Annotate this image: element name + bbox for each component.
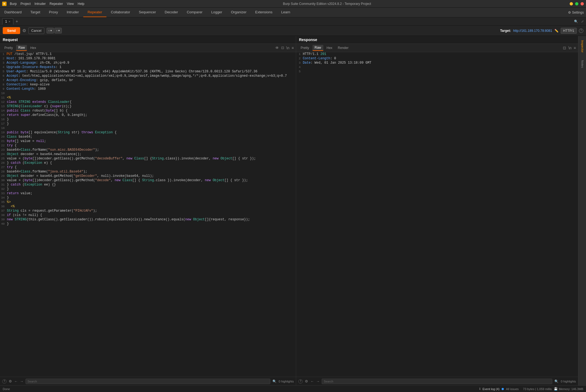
indent-icon[interactable]: \n: [286, 46, 290, 50]
request-panel-title: Request: [3, 38, 18, 42]
gear-icon: ⚙: [568, 11, 571, 14]
target-url: http://161.189.170.78:8081: [513, 29, 552, 33]
response-search-input[interactable]: [322, 379, 552, 384]
nav-extensions[interactable]: Extensions: [251, 8, 277, 17]
menu-help[interactable]: Help: [78, 2, 84, 6]
response-panel-header: Response: [296, 36, 578, 44]
search-icon[interactable]: 🔍: [574, 20, 578, 23]
nav-logger[interactable]: Logger: [207, 8, 226, 17]
nav-decoder[interactable]: Decoder: [160, 8, 182, 17]
more-icon[interactable]: ≡: [292, 46, 294, 50]
request-settings-icon[interactable]: ⚙: [9, 379, 12, 383]
settings-button[interactable]: ⚙ Settings: [568, 11, 584, 14]
cancel-button[interactable]: Cancel: [28, 27, 44, 34]
request-forward-icon[interactable]: →: [20, 379, 23, 383]
code-line: 11<%: [0, 96, 296, 100]
request-highlights-badge: 0 highlights: [279, 380, 294, 383]
tab-1[interactable]: 1 ×: [2, 18, 13, 24]
response-size: 73 bytes | 1,059 millis: [523, 387, 552, 391]
send-button[interactable]: Send: [3, 27, 20, 34]
code-line: 12class STRING extends ClassLoader{: [0, 100, 296, 104]
code-line: 40}: [0, 222, 296, 226]
response-more-icon[interactable]: ≡: [574, 46, 576, 50]
eye-off-icon[interactable]: 👁: [275, 46, 279, 50]
response-settings-icon[interactable]: ⚙: [305, 379, 308, 383]
protocol-button[interactable]: HTTP/1: [561, 28, 577, 34]
toolbar: Send ⚙ Cancel ‹ ▾ › ▾ Target: http://161…: [0, 26, 586, 36]
response-help-icon[interactable]: ?: [298, 379, 303, 384]
response-back-icon[interactable]: ←: [310, 379, 314, 383]
menu-project[interactable]: Project: [20, 2, 30, 6]
nav-sequencer[interactable]: Sequencer: [134, 8, 160, 17]
response-code-area[interactable]: 1HTTP/1.1 201 2Content-Length: 0 3Date: …: [296, 52, 578, 377]
close-tab-icon[interactable]: ×: [9, 20, 10, 23]
nav-comparer[interactable]: Comparer: [182, 8, 207, 17]
request-tab-icons: 👁 ⊡ \n ≡: [275, 46, 294, 50]
request-help-icon[interactable]: ?: [2, 379, 7, 384]
response-wrap-icon[interactable]: ⊡: [563, 46, 566, 50]
code-line: 9Content-Length: 1069: [0, 87, 296, 91]
menu-burp[interactable]: Burp: [10, 2, 17, 6]
prev-button[interactable]: ‹ ▾: [47, 28, 54, 33]
code-line: 3Date: Wed, 01 Jan 2025 13:18:09 GMT: [296, 61, 578, 65]
wrap-icon[interactable]: ⊡: [281, 46, 284, 50]
menu-view[interactable]: View: [67, 2, 74, 6]
code-line: 16}: [0, 118, 296, 122]
next-button[interactable]: › ▾: [54, 28, 62, 33]
nav-learn[interactable]: Learn: [277, 8, 294, 17]
response-tab-pretty[interactable]: Pretty: [298, 45, 311, 51]
memory-icon: 💾: [554, 387, 558, 391]
all-issues-button[interactable]: All issues: [506, 387, 518, 391]
inspector-icon[interactable]: Inspector: [581, 38, 584, 55]
response-tab-raw[interactable]: Raw: [312, 45, 323, 51]
request-tab-hex[interactable]: Hex: [28, 45, 38, 51]
code-line: 24Object decoder = base64.newInstance();: [0, 152, 296, 157]
link-icon[interactable]: ✏️: [554, 29, 559, 33]
code-line: 36 <%: [0, 205, 296, 209]
settings-label: Settings: [572, 11, 584, 14]
response-tab-hex[interactable]: Hex: [324, 45, 335, 51]
request-tab-pretty[interactable]: Pretty: [2, 45, 15, 51]
code-line: 6Accept: text/html,application/xhtml+xml…: [0, 74, 296, 78]
maximize-button[interactable]: [575, 2, 578, 5]
response-indent-icon[interactable]: \n: [568, 46, 572, 50]
notes-icon[interactable]: Notes: [581, 58, 584, 70]
expand-icon[interactable]: ⤢: [581, 20, 584, 23]
menu-intruder[interactable]: Intruder: [35, 2, 46, 6]
response-forward-icon[interactable]: →: [316, 379, 320, 383]
nav-proxy[interactable]: Proxy: [45, 8, 62, 17]
minimize-button[interactable]: [570, 2, 573, 5]
right-sidebar: Inspector Notes: [578, 36, 586, 385]
event-log-button[interactable]: Event log (4): [483, 387, 499, 391]
nav-target[interactable]: Target: [26, 8, 45, 17]
response-tab-render[interactable]: Render: [336, 45, 351, 51]
status-right: ℹ Event log (4) All issues 73 bytes | 1,…: [479, 387, 583, 391]
response-tabs-row: Pretty Raw Hex Render ⊡ \n ≡: [296, 44, 578, 52]
nav-organizer[interactable]: Organizer: [226, 8, 251, 17]
new-tab-button[interactable]: +: [16, 19, 18, 24]
nav-buttons: ‹ ▾ › ▾: [47, 28, 62, 33]
code-line: 4Upgrade-Insecure-Requests: 1: [0, 65, 296, 70]
nav-dashboard[interactable]: Dashboard: [0, 8, 26, 17]
request-panel: Request Pretty Raw Hex 👁 ⊡ \n ≡ 1PUT /te…: [0, 36, 296, 385]
request-back-icon[interactable]: ←: [14, 379, 18, 383]
nav-intruder[interactable]: Intruder: [62, 8, 83, 17]
settings-gear-icon[interactable]: ⚙: [22, 28, 26, 33]
title-bar: B Burp Project Intruder Repeater View He…: [0, 0, 586, 8]
code-line: 38if (cls != null) {: [0, 213, 296, 218]
response-tab-icons: ⊡ \n ≡: [563, 46, 576, 50]
close-button[interactable]: [581, 2, 584, 5]
request-code-area[interactable]: 1PUT /test.jsp/ HTTP/1.1 2Host: 161.189.…: [0, 52, 296, 377]
nav-repeater[interactable]: Repeater: [83, 8, 106, 17]
code-line: 34}: [0, 196, 296, 200]
help-circle-icon[interactable]: ?: [579, 29, 583, 33]
request-search-input[interactable]: [26, 379, 270, 384]
request-tabs-row: Pretty Raw Hex 👁 ⊡ \n ≡: [0, 44, 296, 52]
main-area: Request Pretty Raw Hex 👁 ⊡ \n ≡ 1PUT /te…: [0, 36, 586, 385]
tab-label: 1: [5, 20, 7, 23]
nav-collaborator[interactable]: Collaborator: [106, 8, 134, 17]
menu-repeater[interactable]: Repeater: [50, 2, 63, 6]
code-line: 35%>: [0, 200, 296, 205]
request-tab-raw[interactable]: Raw: [16, 45, 27, 51]
window-title: Burp Suite Community Edition v2024.8.2 -…: [84, 2, 570, 6]
